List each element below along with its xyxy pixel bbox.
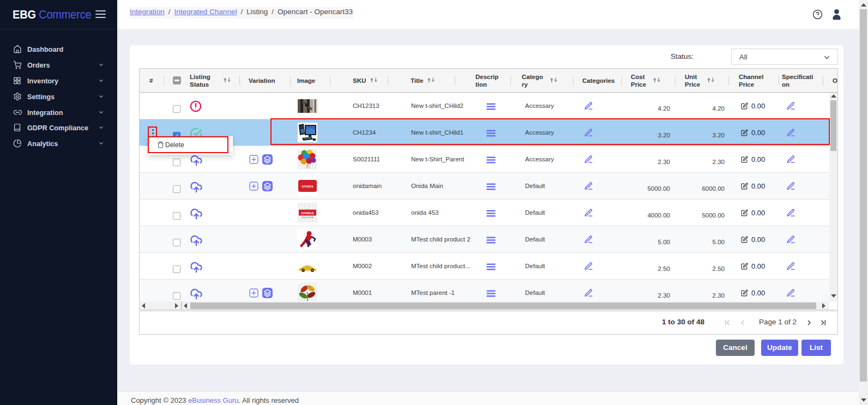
svg-text:ONIDA: ONIDA xyxy=(302,184,314,188)
svg-text:Owner's Pride: Owner's Pride xyxy=(302,216,314,219)
svg-text:ONIDA: ONIDA xyxy=(301,211,314,215)
